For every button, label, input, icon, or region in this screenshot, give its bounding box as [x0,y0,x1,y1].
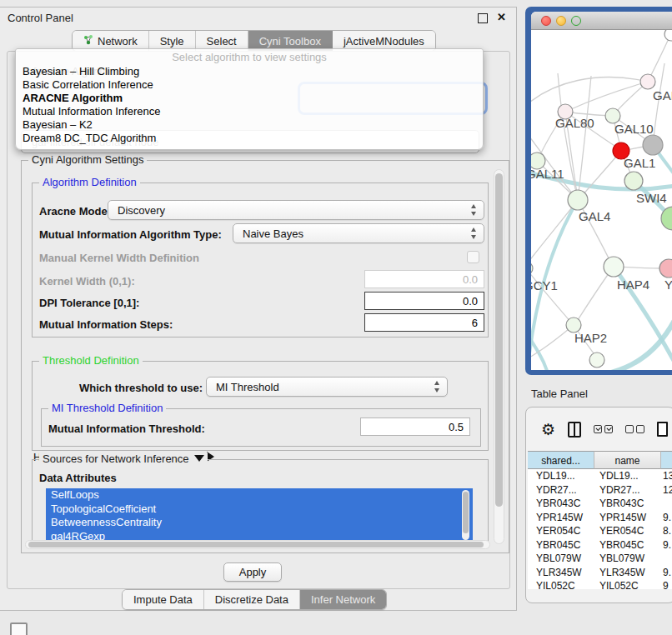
manual-kernel-checkbox[interactable] [467,251,479,263]
network-edge[interactable] [578,76,591,200]
table-row[interactable]: YBR045CYBR045C9. [528,538,672,552]
close-traffic-light-icon[interactable] [541,16,551,26]
column-header-shared[interactable]: shared... [528,451,594,469]
network-node[interactable] [659,259,672,278]
desktop: Control Panel ✕ NetworkStyleSelectCyni T… [0,0,672,635]
network-titlebar[interactable] [531,12,672,30]
table-cell: YBL079W [594,552,661,566]
close-icon[interactable]: ✕ [497,11,506,23]
collapse-down-icon [194,455,204,462]
network-edge[interactable] [608,310,672,370]
algorithm-item-bayesian-hill-climbing[interactable]: Bayesian – Hill Climbing [16,65,483,78]
tab-discretize-data[interactable]: Discretize Data [204,590,300,609]
aracne-mode-combo[interactable]: Discovery [108,200,484,220]
algorithm-item-aracne-algorithm[interactable]: ARACNE Algorithm [16,92,483,105]
zoom-traffic-light-icon[interactable] [571,16,581,26]
which-threshold-combo[interactable]: MI Threshold [206,377,448,397]
network-node[interactable] [640,74,655,89]
table-row[interactable]: YDL19...YDL19...13 [528,469,672,483]
attribute-item-topologicalcoefficient[interactable]: TopologicalCoefficient [46,502,473,517]
mi-steps-field[interactable]: 6 [364,313,484,332]
column-header-name[interactable]: name [594,451,661,469]
network-edge[interactable] [653,63,664,145]
network-edge[interactable] [571,82,648,109]
table-panel-title: Table Panel [531,388,588,400]
network-view-frame: GALGAL80GAL10GAL1GAL11SWI4GAL4GCY1HAP4YH… [525,7,672,375]
network-node[interactable] [664,30,672,41]
dpi-tolerance-field[interactable]: 0.0 [364,292,484,310]
network-graph: GALGAL80GAL10GAL1GAL11SWI4GAL4GCY1HAP4YH… [531,30,672,370]
attribute-item-selfloops[interactable]: SelfLoops [46,488,473,502]
tab-label: Network [98,35,138,48]
table-row[interactable]: YER054CYER054C8. [528,524,672,538]
table-row[interactable]: YLR345WYLR345W9. [528,566,672,580]
mi-threshold-field[interactable]: 0.5 [360,418,470,436]
dpi-tolerance-label: DPI Tolerance [0,1]: [39,297,139,309]
node-label-gal10: GAL10 [614,122,654,136]
network-node[interactable] [531,262,533,275]
scrollbar-thumb[interactable] [28,542,484,548]
node-label-hap2: HAP2 [574,331,607,345]
algorithm-placeholder: Select algorithm to view settings [16,49,483,65]
table-cell: YDL19... [594,469,661,483]
select-all-columns-icon[interactable] [594,425,613,433]
list-scrollbar[interactable] [462,490,469,540]
scrollbar-thumb[interactable] [463,492,469,533]
network-node[interactable] [568,190,588,210]
minimized-panel-icon[interactable] [10,622,28,635]
node-label-gal1: GAL1 [624,156,655,170]
table-cell: YER054C [528,524,594,538]
algorithm-item-mutual-information-inference[interactable]: Mutual Information Inference [16,105,483,118]
cyni-bottom-tabs: Impute DataDiscretize DataInfer Network [122,589,387,610]
kernel-width-field[interactable]: 0.0 [364,270,484,288]
unchecked-box-icon [636,425,644,433]
table-row[interactable]: YPR145WYPR145W9. [528,511,672,525]
tab-label: Style [160,35,184,48]
table-cell [661,497,672,511]
tab-label: jActiveMNodules [344,35,424,48]
table-row[interactable]: YIL052CYIL052C9 [528,579,672,589]
settings-hscrollbar[interactable] [25,540,490,549]
data-attributes-label: Data Attributes [39,472,117,484]
node-label-y: Y [664,278,672,292]
which-threshold-label: Which threshold to use: [79,382,203,394]
table-row[interactable]: YDR27...YDR27...12 [528,483,672,498]
table-row[interactable]: YBR043CYBR043C [528,497,672,511]
column-header-clipped[interactable] [661,451,672,469]
table-cell: YDR27... [528,483,594,498]
tab-infer-network[interactable]: Infer Network [300,590,386,609]
minimize-traffic-light-icon[interactable] [556,16,566,26]
table-cell: YIL052C [528,579,594,589]
table-cell: YBR045C [594,538,661,552]
network-node[interactable] [589,352,604,368]
table-cell: 9. [661,566,672,580]
network-edge[interactable] [531,200,578,265]
node-label-swi4: SWI4 [636,191,667,205]
mi-type-combo[interactable]: Naive Bayes [233,223,484,243]
control-panel-title: Control Panel [8,12,73,24]
table-row[interactable]: YBL079WYBL079W [528,552,672,566]
attribute-item-betweennesscentrality[interactable]: BetweennessCentrality [46,516,473,530]
gear-icon[interactable]: ⚙ [541,422,555,438]
table-cell: YDL19... [528,469,594,483]
table-cell: YPR145W [528,511,594,525]
network-node[interactable] [604,257,624,277]
table-cell: YIL052C [594,579,661,589]
algorithm-item-bayesian-k2[interactable]: Bayesian – K2 [16,118,483,132]
network-node[interactable] [624,172,643,190]
tab-impute-data[interactable]: Impute Data [123,590,204,609]
network-canvas[interactable]: GALGAL80GAL10GAL1GAL11SWI4GAL4GCY1HAP4YH… [531,30,672,370]
algorithm-item-dream8-dc-tdc-algorithm[interactable]: Dream8 DC_TDC Algorithm [16,132,483,145]
deselect-all-columns-icon[interactable] [625,425,644,433]
float-window-icon[interactable] [478,13,488,23]
table-toolbar: ⚙ [526,411,672,448]
scrollbar-thumb[interactable] [495,173,503,507]
network-node[interactable] [643,135,663,155]
apply-button[interactable]: Apply [223,562,282,582]
algorithm-item-basic-correlation-inference[interactable]: Basic Correlation Inference [16,78,483,92]
settings-scrollbar[interactable] [494,169,504,544]
split-columns-icon[interactable] [568,422,581,438]
table-body: YDL19...YDL19...13YDR27...YDR27...12YBR0… [528,469,672,589]
data-attributes-list[interactable]: SelfLoopsTopologicalCoefficientBetweenne… [46,488,473,547]
document-icon[interactable] [657,422,668,437]
